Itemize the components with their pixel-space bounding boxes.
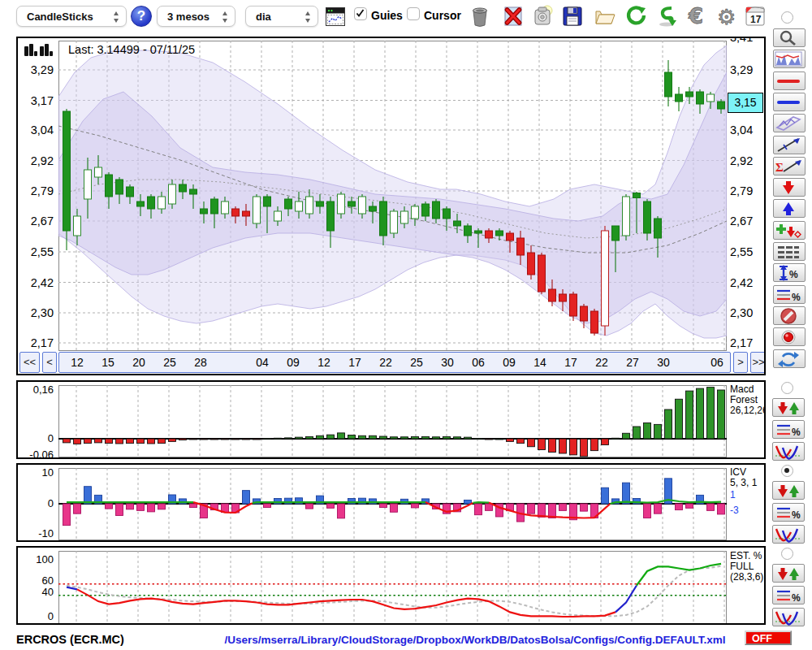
date-label: 06: [710, 356, 723, 369]
price-axis-label: 3,29: [730, 63, 753, 76]
channel-button[interactable]: [773, 114, 806, 132]
price-axis-label: 2,92: [730, 154, 753, 167]
mini-chart-button[interactable]: [773, 50, 806, 68]
save-icon[interactable]: [561, 5, 584, 28]
red-hline-button[interactable]: [773, 72, 806, 90]
blue-hline-button[interactable]: [773, 93, 806, 111]
chevron-updown-icon: [304, 11, 312, 23]
sigma-trend-button[interactable]: Σ: [773, 157, 806, 176]
date-label: 22: [595, 356, 608, 369]
euro-icon[interactable]: €: [686, 5, 709, 28]
macd-panel: Histgrama MACD 0,160-0,06 Macd Forest 26…: [16, 380, 766, 459]
refresh-green-icon[interactable]: [624, 5, 647, 28]
price-axis-label: 2,17: [730, 336, 753, 349]
trendline-button[interactable]: [773, 136, 806, 154]
no-entry-button[interactable]: [773, 306, 806, 325]
icv-arrows-red-green-button[interactable]: [772, 481, 805, 500]
price-axis-label: 2,30: [18, 306, 54, 319]
date-label: 27: [626, 356, 639, 369]
date-label: 22: [379, 356, 392, 369]
toolbar: CandleSticks ? 3 mesos dia Guies Cursor …: [0, 0, 812, 32]
cursor-label: Cursor: [424, 9, 461, 22]
date-label: 17: [564, 356, 577, 369]
zoom-magnifier-button[interactable]: [773, 28, 806, 47]
range-percent-button[interactable]: %: [773, 263, 806, 282]
price-axis-label: 2,17: [18, 336, 54, 349]
main-chart-frame: 3,293,173,042,922,792,672,552,422,302,17…: [16, 37, 766, 375]
cursor-checkbox[interactable]: [407, 7, 420, 20]
date-label: 09: [287, 356, 300, 369]
date-label: 28: [194, 356, 207, 369]
record-button[interactable]: [773, 327, 806, 346]
price-axis-label: 2,67: [730, 214, 753, 228]
icv-lines-percent-small-button[interactable]: %: [772, 503, 805, 522]
arrow-up-blue-button[interactable]: [773, 199, 806, 218]
date-label: 14: [533, 356, 546, 369]
top-right-radio[interactable]: [781, 11, 793, 24]
svg-text:€: €: [688, 5, 703, 28]
macd-lines-percent-small-button[interactable]: %: [772, 420, 805, 439]
date-label: 20: [132, 356, 145, 369]
period-dropdown[interactable]: dia: [245, 6, 318, 27]
config-path: /Users/mserra/Library/CloudStorage/Dropb…: [138, 634, 812, 646]
icv-radio[interactable]: [781, 465, 793, 477]
trash-icon[interactable]: [469, 5, 491, 28]
price-axis-label: 3,04: [18, 124, 54, 136]
macd-radio[interactable]: [781, 382, 793, 394]
calendar-17-icon[interactable]: 17: [744, 5, 767, 28]
delete-red-icon[interactable]: [502, 5, 525, 28]
snapshot-icon[interactable]: [532, 5, 555, 28]
help-icon[interactable]: ?: [131, 6, 152, 27]
est-lines-percent-small-button[interactable]: %: [772, 586, 805, 604]
nav-first-button[interactable]: <<: [19, 352, 40, 373]
open-folder-icon[interactable]: [594, 5, 616, 28]
nav-prev-button[interactable]: <: [42, 352, 57, 373]
symbol-label: ERCROS (ECR.MC): [16, 633, 124, 646]
levels-list-button[interactable]: [773, 242, 806, 261]
price-axis-label: 3,17: [18, 94, 54, 107]
macd-curves-button[interactable]: [772, 442, 805, 461]
date-label: 25: [163, 356, 176, 369]
chevron-updown-icon: [222, 11, 229, 23]
date-label: 12: [317, 356, 330, 369]
lines-percent-button[interactable]: %: [773, 285, 806, 304]
guies-checkbox[interactable]: [354, 7, 367, 20]
chart-style-icon[interactable]: [24, 43, 54, 63]
date-axis[interactable]: 1215202528040912172225300609141722273006: [58, 352, 731, 373]
est-curves-button[interactable]: [772, 608, 805, 626]
guies-label: Guies: [371, 9, 403, 22]
main-chart: [58, 41, 727, 351]
macd-arrows-red-green-button[interactable]: [772, 398, 805, 417]
off-button[interactable]: OFF: [745, 630, 792, 645]
icv-chart: [58, 468, 727, 540]
date-navigation: << < 12152025280409121722253006091417222…: [18, 352, 766, 373]
chart-type-dropdown[interactable]: CandleSticks: [16, 6, 127, 27]
date-label: 04: [256, 356, 269, 369]
refresh-blue-button[interactable]: [773, 349, 806, 368]
chevron-updown-icon: [113, 11, 120, 23]
est-arrows-red-green-button[interactable]: [772, 564, 805, 583]
est-axis-label: 100: [19, 553, 54, 566]
icv-params: ICV 5, 3, 1: [730, 467, 757, 488]
icv-axis-label: 10: [19, 466, 54, 479]
nav-last-button[interactable]: >>: [750, 352, 766, 373]
est-radio[interactable]: [781, 548, 793, 560]
chart-window-icon[interactable]: [326, 7, 345, 26]
range-dropdown[interactable]: 3 mesos: [157, 6, 235, 27]
icv-curves-button[interactable]: [772, 525, 805, 544]
price-axis-label: 3,29: [18, 63, 54, 76]
plus-arrow-diamond-button[interactable]: [773, 221, 806, 240]
sync-green-icon[interactable]: [655, 5, 678, 28]
settings-gear-icon[interactable]: ⚙: [717, 5, 740, 28]
macd-chart: [58, 385, 727, 457]
date-label: 25: [410, 356, 423, 369]
nav-next-button[interactable]: >: [733, 352, 748, 373]
icv-panel: Indice Calidad Vela 100-10 ICV 5, 3, 1 1…: [16, 463, 766, 542]
date-label: 09: [503, 356, 516, 369]
arrow-down-red-button[interactable]: [773, 178, 806, 197]
date-label: 12: [71, 356, 84, 369]
macd-axis-label: -0,06: [19, 448, 54, 459]
price-tag: 3,15: [728, 93, 763, 113]
svg-text:%: %: [789, 269, 798, 280]
svg-text:⚙: ⚙: [717, 5, 736, 28]
